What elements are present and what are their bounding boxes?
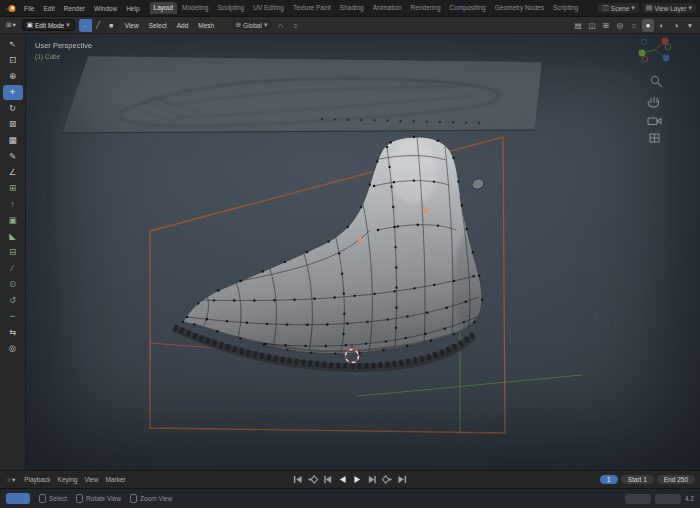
- menu-help[interactable]: Help: [122, 3, 143, 14]
- workspace-tabs: Layout Modeling Sculpting UV Editing Tex…: [150, 2, 583, 14]
- show-gizmo-icon[interactable]: ▤: [572, 19, 584, 32]
- viewport-3d[interactable]: User Perspective (1) Cube: [26, 34, 700, 470]
- tool-select-tweak[interactable]: ↖: [3, 37, 23, 52]
- perspective-toggle-icon[interactable]: [650, 134, 659, 142]
- tool-inset-faces[interactable]: ▣: [3, 213, 23, 228]
- tool-bevel[interactable]: ◣: [3, 229, 23, 244]
- tab-scripting[interactable]: Scripting: [549, 2, 582, 14]
- current-frame-field[interactable]: 1: [600, 475, 618, 484]
- pan-hand-icon[interactable]: [648, 97, 658, 107]
- topbar: File Edit Render Window Help Layout Mode…: [0, 0, 700, 17]
- tool-smooth[interactable]: ∼: [3, 309, 23, 324]
- step-forward-button[interactable]: [366, 474, 379, 486]
- tab-uv-editing[interactable]: UV Editing: [249, 2, 288, 14]
- toolbar: ↖ ⊡ ⊕ + ↻ ⊠ ▦ ✎ ∠ ⊞ ↑ ▣ ◣ ⊟ ∕ ⊙ ↺ ∼ ⇆ ◎: [0, 34, 26, 470]
- menu-mesh[interactable]: Mesh: [195, 21, 217, 30]
- edge-select-button[interactable]: ╱: [92, 19, 105, 32]
- annotate-icon: ✎: [9, 152, 16, 161]
- tool-measure[interactable]: ∠: [3, 165, 23, 180]
- tool-rotate[interactable]: ↻: [3, 101, 23, 116]
- gizmo-x-axis[interactable]: [662, 38, 669, 45]
- menu-edit[interactable]: Edit: [39, 3, 58, 14]
- tool-annotate[interactable]: ✎: [3, 149, 23, 164]
- next-keyframe-button[interactable]: [381, 474, 394, 486]
- menu-marker[interactable]: Marker: [105, 476, 125, 483]
- tool-poly-build[interactable]: ⊙: [3, 277, 23, 292]
- tool-knife[interactable]: ∕: [3, 261, 23, 276]
- blender-logo-icon[interactable]: [4, 2, 17, 14]
- proportional-edit-icon[interactable]: ○: [289, 19, 301, 32]
- frame-end-field[interactable]: End 250: [657, 475, 695, 484]
- snap-magnet-icon[interactable]: ∩: [274, 19, 286, 32]
- tool-select-box[interactable]: ⊡: [3, 53, 23, 68]
- menu-add[interactable]: Add: [174, 21, 192, 30]
- tab-geometry-nodes[interactable]: Geometry Nodes: [491, 2, 548, 14]
- shading-material-icon[interactable]: ◐: [656, 19, 668, 32]
- jump-start-button[interactable]: [291, 474, 304, 486]
- menu-keying[interactable]: Keying: [58, 476, 78, 483]
- shading-solid-icon[interactable]: ●: [642, 19, 654, 32]
- measure-icon: ∠: [9, 168, 17, 177]
- tab-modeling[interactable]: Modeling: [178, 2, 212, 14]
- selected-vertex[interactable]: [423, 209, 427, 213]
- orientation-selector[interactable]: ⊕ Global ▾: [231, 20, 271, 30]
- timeline-editor-button[interactable]: ○ ▾: [5, 475, 17, 485]
- tab-sculpting[interactable]: Sculpting: [213, 2, 248, 14]
- mode-selector[interactable]: ▣ Edit Mode ▾: [22, 19, 75, 31]
- gizmo-z-negative[interactable]: [641, 39, 647, 45]
- menu-render[interactable]: Render: [60, 3, 89, 14]
- play-reverse-button[interactable]: [336, 474, 349, 486]
- reference-image-plane[interactable]: [62, 56, 542, 133]
- gizmo-z-axis[interactable]: [663, 55, 670, 62]
- shading-dropdown-icon[interactable]: ▾: [684, 19, 696, 32]
- shading-wireframe-icon[interactable]: ○: [628, 19, 640, 32]
- tool-transform[interactable]: ▦: [3, 133, 23, 148]
- gizmo-y-negative[interactable]: [665, 44, 671, 50]
- tab-texture-paint[interactable]: Texture Paint: [289, 2, 335, 14]
- jump-end-button[interactable]: [396, 474, 409, 486]
- frame-start-field[interactable]: Start 1: [621, 475, 654, 484]
- scene-selector[interactable]: ◫ Scene ▾: [598, 3, 639, 13]
- tool-add-cube[interactable]: ⊞: [3, 181, 23, 196]
- tool-edge-slide[interactable]: ⇆: [3, 325, 23, 340]
- view-layer-selector[interactable]: ▤ View Layer ▾: [642, 3, 696, 13]
- tab-shading[interactable]: Shading: [336, 2, 368, 14]
- floor-axis-line: [356, 375, 582, 396]
- vertex-select-button[interactable]: ∙: [79, 19, 92, 32]
- menu-file[interactable]: File: [20, 3, 38, 14]
- gizmo-y-axis[interactable]: [639, 50, 646, 57]
- tab-rendering[interactable]: Rendering: [407, 2, 445, 14]
- menu-playback[interactable]: Playback: [24, 476, 50, 483]
- play-button[interactable]: [351, 474, 364, 486]
- face-select-button[interactable]: ■: [105, 19, 118, 32]
- menu-window[interactable]: Window: [90, 3, 121, 14]
- gizmo-x-negative[interactable]: [642, 56, 648, 62]
- tool-move[interactable]: +: [3, 85, 23, 100]
- navigation-gizmo[interactable]: [639, 38, 671, 62]
- viewport-canvas[interactable]: [26, 34, 700, 470]
- tab-layout[interactable]: Layout: [150, 2, 178, 14]
- selected-vertex[interactable]: [358, 238, 362, 242]
- tool-extrude-region[interactable]: ↑: [3, 197, 23, 212]
- tool-loop-cut[interactable]: ⊟: [3, 245, 23, 260]
- tab-compositing[interactable]: Compositing: [446, 2, 490, 14]
- editor-type-button[interactable]: ⊞ ▾: [4, 20, 18, 30]
- statusbar-accent-chip[interactable]: [6, 493, 30, 504]
- menu-view[interactable]: View: [122, 21, 142, 30]
- tool-cursor[interactable]: ⊕: [3, 69, 23, 84]
- camera-view-icon[interactable]: [648, 118, 661, 125]
- overlays-icon[interactable]: ◫: [586, 19, 598, 32]
- tool-spin[interactable]: ↺: [3, 293, 23, 308]
- shoe-last-mesh[interactable]: [172, 137, 494, 372]
- xray-toggle-icon[interactable]: ⊞: [600, 19, 612, 32]
- tool-shrink-fatten[interactable]: ◎: [3, 341, 23, 356]
- visibility-icon[interactable]: ◎: [614, 19, 626, 32]
- zoom-icon[interactable]: [651, 76, 662, 87]
- menu-select[interactable]: Select: [146, 21, 170, 30]
- menu-view[interactable]: View: [84, 476, 98, 483]
- shading-rendered-icon[interactable]: ◑: [670, 19, 682, 32]
- tab-animation[interactable]: Animation: [369, 2, 406, 14]
- prev-keyframe-button[interactable]: [306, 474, 319, 486]
- step-back-button[interactable]: [321, 474, 334, 486]
- tool-scale[interactable]: ⊠: [3, 117, 23, 132]
